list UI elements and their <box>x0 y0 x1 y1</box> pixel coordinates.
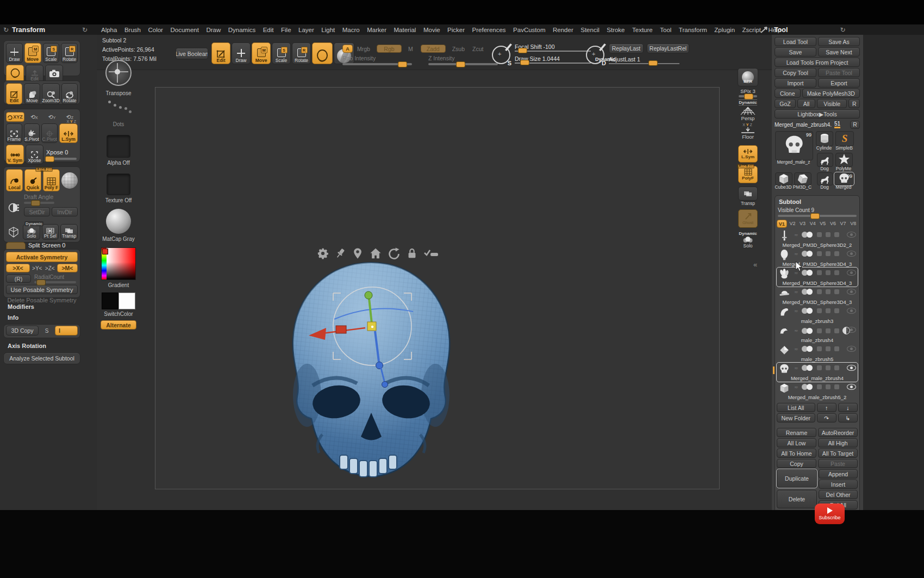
rgb-intensity-slider[interactable] <box>342 63 412 65</box>
edit-object-button[interactable]: Edit <box>211 42 230 64</box>
menu-brush[interactable]: Brush <box>124 27 141 33</box>
gizmo-red-handle[interactable] <box>336 326 346 333</box>
nav-rotate-button[interactable]: Rotate <box>61 83 78 104</box>
setdir-button[interactable]: SetDir <box>24 207 50 216</box>
replay-last-button[interactable]: ReplayLast <box>609 43 644 53</box>
rename-button[interactable]: Rename <box>777 428 816 437</box>
rgb-button[interactable]: Rgb <box>377 45 402 53</box>
insert-button[interactable]: Insert <box>819 480 858 489</box>
goz-button[interactable]: GoZ <box>775 99 796 108</box>
redo-arrow-button[interactable]: ↷ <box>817 413 836 422</box>
zcut-button[interactable]: Zcut <box>472 46 483 52</box>
save-next-button[interactable]: Save Next <box>818 47 860 57</box>
panel-refresh-icon[interactable]: ↻ <box>840 26 845 34</box>
subtool-row[interactable]: ≂Merged_PM3D_Sphere3D4_3 <box>777 248 858 268</box>
subtool-row[interactable]: ≂Merged_PM3D_Sphere3D4_3 <box>777 268 858 287</box>
3d-copy-button[interactable]: 3D Copy <box>6 326 39 335</box>
view-symmetry-button[interactable]: V. Sym <box>6 145 24 164</box>
append-button[interactable]: Append <box>819 469 858 478</box>
save-as-button[interactable]: Save As <box>818 37 860 46</box>
menu-edit[interactable]: Edit <box>263 27 274 33</box>
local-transform-button[interactable]: Local <box>6 169 23 191</box>
visible-button[interactable]: Visible <box>817 99 847 108</box>
visibility-eye-icon[interactable] <box>847 365 856 371</box>
rotate-x-button[interactable]: ⟲X <box>26 114 42 121</box>
tool-thumb-merged-male-z[interactable]: 99 <box>775 131 813 160</box>
xpose-amount-slider[interactable] <box>46 158 77 160</box>
visibility-eye-icon[interactable] <box>847 232 856 238</box>
move-down-button[interactable]: ↓ <box>838 403 858 412</box>
i-toggle[interactable]: I <box>55 326 78 335</box>
lock-icon[interactable] <box>406 247 418 259</box>
visibility-eye-icon[interactable] <box>847 270 856 276</box>
main-color-well[interactable] <box>102 293 118 309</box>
fork-arrow-button[interactable]: ↳ <box>838 413 858 422</box>
move-mode-button[interactable]: MMove <box>252 42 271 64</box>
polysphere-preview[interactable] <box>61 170 78 191</box>
delete-button[interactable]: Delete <box>777 490 817 508</box>
analyze-subtool-button[interactable]: Analyze Selected Subtool <box>3 352 80 364</box>
reload-icon[interactable]: ↻ <box>82 26 88 34</box>
shelf-transp-button[interactable] <box>738 187 758 201</box>
subtool-row[interactable]: ≂Merged_male_zbrush4 <box>777 363 858 382</box>
info-section-label[interactable]: Info <box>8 314 18 321</box>
spix-slider[interactable] <box>739 95 757 97</box>
focal-shift-slider[interactable]: Focal Shift -100 <box>515 43 591 52</box>
menu-color[interactable]: Color <box>148 27 163 33</box>
gizmo-red-arrow[interactable] <box>309 328 326 340</box>
symmetry-y-button[interactable]: >Y< <box>32 265 43 271</box>
replay-last-rel-button[interactable]: ReplayLastRel <box>647 43 689 53</box>
all-to-home-button[interactable]: All To Home <box>777 449 816 458</box>
gear-icon[interactable] <box>317 247 329 259</box>
hook-icon[interactable] <box>760 26 769 34</box>
gizmo-green-handle[interactable] <box>365 291 372 299</box>
visibility-eye-icon[interactable] <box>847 251 856 257</box>
visibility-eye-icon[interactable] <box>847 384 856 390</box>
menu-stroke[interactable]: Stroke <box>607 27 625 33</box>
draft-angle-slider[interactable] <box>24 202 54 204</box>
shelf-ghost-button[interactable]: Ghost <box>738 209 758 228</box>
symmetry-m-button[interactable]: >M< <box>57 264 78 272</box>
list-all-button[interactable]: List All <box>777 403 815 412</box>
tool-thumb-merged[interactable]: 99 <box>834 172 854 185</box>
menu-zscript[interactable]: Zscript <box>742 27 761 33</box>
all-low-button[interactable]: All Low <box>777 438 816 448</box>
menu-preferences[interactable]: Preferences <box>472 27 506 33</box>
r-button[interactable]: R <box>848 99 860 108</box>
palette-draw-button[interactable]: Draw <box>6 43 23 63</box>
menu-texture[interactable]: Texture <box>632 27 653 33</box>
palette-scale-button[interactable]: SScale <box>43 43 60 63</box>
menu-layer[interactable]: Layer <box>298 27 314 33</box>
subtool-row[interactable]: ≂Merged_PM3D_Sphere3D4_3 <box>777 287 858 306</box>
local-symmetry-button[interactable]: L.Sym <box>59 123 78 143</box>
tool-name-slider[interactable]: Merged_male_zbrush4. 51 R <box>775 120 860 129</box>
set-pivot-button[interactable]: S.Pivot <box>24 123 40 143</box>
solo-button[interactable]: Solo <box>23 224 40 240</box>
subtool-tab-v5[interactable]: V5 <box>819 220 828 227</box>
make-polymesh3d-button[interactable]: Make PolyMesh3D <box>802 89 860 98</box>
menu-stencil[interactable]: Stencil <box>580 27 600 33</box>
polyframe-button[interactable]: Poly F <box>43 169 60 191</box>
solo-icon[interactable] <box>742 237 753 243</box>
shelf-lsym-button[interactable]: L.Sym <box>738 145 758 163</box>
menu-zplugin[interactable]: Zplugin <box>714 27 735 33</box>
clone-button[interactable]: Clone <box>775 89 801 98</box>
tool-thumb-polyme[interactable] <box>835 153 853 167</box>
bpr-button[interactable]: BPR <box>738 68 758 86</box>
subtool-row[interactable]: ≂male_zbrush4 <box>777 325 858 344</box>
export-button[interactable]: Export <box>818 78 860 88</box>
quick-mode-button[interactable]: Quick <box>24 169 41 191</box>
polypaint-toggle[interactable] <box>802 251 814 257</box>
visibility-eye-icon[interactable] <box>847 346 856 352</box>
load-tool-button[interactable]: Load Tool <box>775 37 816 46</box>
tool-thumb-dog[interactable] <box>817 153 833 167</box>
transpose-gizmo[interactable] <box>304 280 446 394</box>
menu-render[interactable]: Render <box>553 27 573 33</box>
palette-move-button[interactable]: MMove <box>24 43 41 63</box>
subtool-tab-v7[interactable]: V7 <box>839 220 848 227</box>
location-pin-icon[interactable] <box>352 247 364 259</box>
copy-tool-button[interactable]: Copy Tool <box>775 68 816 77</box>
visibility-eye-icon[interactable] <box>847 289 856 295</box>
refresh-icon[interactable]: ↻ <box>3 26 9 34</box>
subtool-tab-v1[interactable]: V1 <box>777 220 787 228</box>
